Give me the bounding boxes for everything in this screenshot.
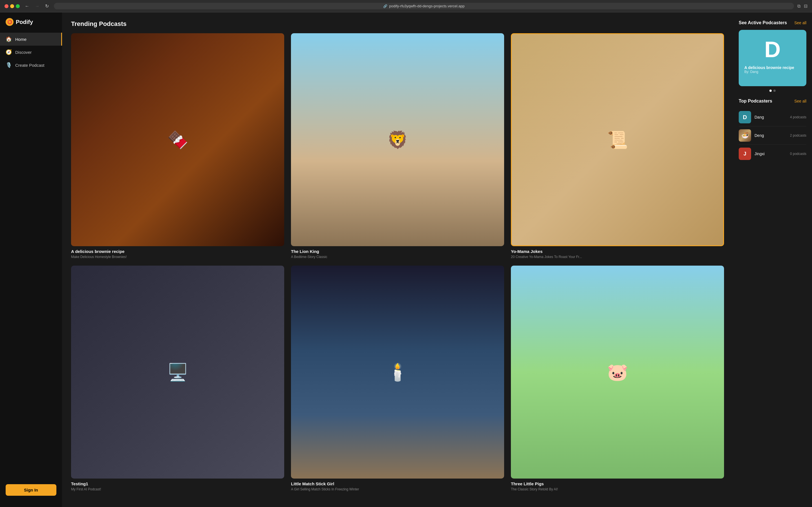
- top-podcasters-header: Top Podcasters See all: [739, 99, 806, 104]
- podcast-subtitle-pigs: The Classic Story Retold By AI!: [511, 487, 724, 491]
- microphone-icon: 🎙️: [6, 62, 12, 68]
- sidebar-item-create-label: Create Podcast: [15, 63, 44, 68]
- active-podcaster-card[interactable]: D A delicious brownie recipe By: Dang: [739, 30, 806, 86]
- podcast-card-testing[interactable]: Testing1 My First AI Podcast!: [71, 266, 284, 491]
- browser-traffic-lights: [4, 4, 20, 8]
- podcast-info-pigs: Three Little Pigs The Classic Story Reto…: [511, 482, 724, 491]
- top-podcasters-section: Top Podcasters See all D Dang 4 podcasts…: [739, 99, 806, 163]
- podcast-thumb-pigs: [511, 266, 724, 478]
- podcast-thumb-yomama: [511, 33, 724, 246]
- podcast-thumb-matchstick: [291, 266, 504, 478]
- podcast-title-yomama: Yo-Mama Jokes: [511, 249, 724, 254]
- right-panel: See Active Podcasters See all D A delici…: [733, 12, 812, 507]
- podcast-title-matchstick: Little Match Stick Girl: [291, 482, 504, 486]
- podcast-subtitle-testing: My First AI Podcast!: [71, 487, 284, 491]
- logo-icon: ⭕: [6, 18, 13, 26]
- top-podcasters-title: Top Podcasters: [739, 99, 772, 104]
- podcast-title-brownie: A delicious brownie recipe: [71, 249, 284, 254]
- browser-actions: ⧉ ⊟: [797, 3, 808, 9]
- sign-in-button[interactable]: Sign In: [6, 484, 56, 496]
- app-layout: ⭕ Podify 🏠 Home 🧭 Discover 🎙️ Create Pod…: [0, 12, 812, 507]
- podcast-info-testing: Testing1 My First AI Podcast!: [71, 482, 284, 491]
- reload-button[interactable]: ↻: [43, 3, 50, 9]
- podcast-grid: A delicious brownie recipe Make Deliciou…: [71, 33, 724, 491]
- podcaster-avatar-jingxi: J: [739, 148, 751, 160]
- podcaster-count-dang: 4 podcasts: [790, 115, 806, 119]
- main-content: Trending Podcasts A delicious brownie re…: [62, 12, 733, 507]
- active-podcaster-podcast-name: A delicious brownie recipe: [744, 65, 801, 70]
- podcaster-name-dang: Dang: [755, 115, 786, 119]
- active-podcasters-title: See Active Podcasters: [739, 20, 787, 25]
- podcast-title-testing: Testing1: [71, 482, 284, 486]
- podcast-info-lion: The Lion King A Bedtime-Story Classic: [291, 249, 504, 259]
- logo-text: Podify: [16, 19, 33, 25]
- sidebar: ⭕ Podify 🏠 Home 🧭 Discover 🎙️ Create Pod…: [0, 12, 62, 507]
- podcast-info-brownie: A delicious brownie recipe Make Deliciou…: [71, 249, 284, 259]
- podcast-subtitle-yomama: 20 Creative Yo-Mama Jokes To Roast Your …: [511, 255, 724, 259]
- podcast-info-matchstick: Little Match Stick Girl A Girl Selling M…: [291, 482, 504, 491]
- back-button[interactable]: ←: [23, 3, 31, 9]
- sidebar-item-discover-label: Discover: [15, 50, 32, 55]
- browser-chrome: ← → ↻ 🔗 podify-rfu3yqwfh-dd-dengs-projec…: [0, 0, 812, 12]
- active-podcasters-header: See Active Podcasters See all: [739, 20, 806, 25]
- podcast-card-matchstick[interactable]: Little Match Stick Girl A Girl Selling M…: [291, 266, 504, 491]
- podcast-card-brownie[interactable]: A delicious brownie recipe Make Deliciou…: [71, 33, 284, 259]
- podcaster-row-jingxi[interactable]: J Jingxi 0 podcasts: [739, 145, 806, 163]
- forward-button[interactable]: →: [33, 3, 41, 9]
- active-podcaster-avatar-letter: D: [744, 38, 801, 61]
- podcast-title-lion: The Lion King: [291, 249, 504, 254]
- podcast-subtitle-matchstick: A Girl Selling Match Sticks In Freezing …: [291, 487, 504, 491]
- split-view-button[interactable]: ⊟: [804, 3, 808, 9]
- trending-title: Trending Podcasts: [71, 20, 724, 27]
- compass-icon: 🧭: [6, 49, 12, 55]
- podcaster-count-deng: 2 podcasts: [790, 133, 806, 137]
- podcast-subtitle-brownie: Make Delicious Homestyle Brownies!: [71, 255, 284, 259]
- podcast-thumb-testing: [71, 266, 284, 478]
- podcaster-row-deng[interactable]: 🍜 Deng 2 podcasts: [739, 126, 806, 145]
- podcast-card-yomama[interactable]: Yo-Mama Jokes 20 Creative Yo-Mama Jokes …: [511, 33, 724, 259]
- podcast-thumb-brownie: [71, 33, 284, 246]
- podcaster-row-dang[interactable]: D Dang 4 podcasts: [739, 108, 806, 126]
- carousel-dot-2[interactable]: [773, 90, 776, 92]
- podcast-card-lion[interactable]: The Lion King A Bedtime-Story Classic: [291, 33, 504, 259]
- carousel-dot-1[interactable]: [769, 90, 772, 92]
- podcaster-avatar-deng: 🍜: [739, 129, 751, 142]
- url-icon: 🔗: [383, 4, 388, 8]
- podcaster-name-jingxi: Jingxi: [755, 152, 786, 156]
- url-bar[interactable]: 🔗 podify-rfu3yqwfh-dd-dengs-projects.ver…: [54, 3, 794, 9]
- sidebar-toggle-button[interactable]: ⧉: [797, 3, 801, 9]
- close-button[interactable]: [4, 4, 8, 8]
- podcast-thumb-lion: [291, 33, 504, 246]
- sidebar-item-discover[interactable]: 🧭 Discover: [0, 46, 62, 59]
- maximize-button[interactable]: [16, 4, 20, 8]
- active-see-all-button[interactable]: See all: [794, 20, 806, 25]
- active-podcaster-by: By: Dang: [744, 70, 801, 74]
- url-text: podify-rfu3yqwfh-dd-dengs-projects.verce…: [389, 4, 464, 8]
- podcaster-avatar-dang: D: [739, 111, 751, 123]
- home-icon: 🏠: [6, 36, 12, 42]
- sidebar-item-home[interactable]: 🏠 Home: [0, 33, 62, 46]
- minimize-button[interactable]: [10, 4, 14, 8]
- podcast-title-pigs: Three Little Pigs: [511, 482, 724, 486]
- carousel-dots: [739, 90, 806, 92]
- podcaster-count-jingxi: 0 podcasts: [790, 152, 806, 156]
- podcast-info-yomama: Yo-Mama Jokes 20 Creative Yo-Mama Jokes …: [511, 249, 724, 259]
- sidebar-item-create[interactable]: 🎙️ Create Podcast: [0, 59, 62, 71]
- podcast-subtitle-lion: A Bedtime-Story Classic: [291, 255, 504, 259]
- podcast-card-pigs[interactable]: Three Little Pigs The Classic Story Reto…: [511, 266, 724, 491]
- browser-nav: ← → ↻: [23, 3, 50, 9]
- podcaster-name-deng: Deng: [755, 133, 786, 138]
- sidebar-item-home-label: Home: [15, 37, 27, 42]
- logo: ⭕ Podify: [0, 18, 62, 33]
- top-see-all-button[interactable]: See all: [794, 99, 806, 103]
